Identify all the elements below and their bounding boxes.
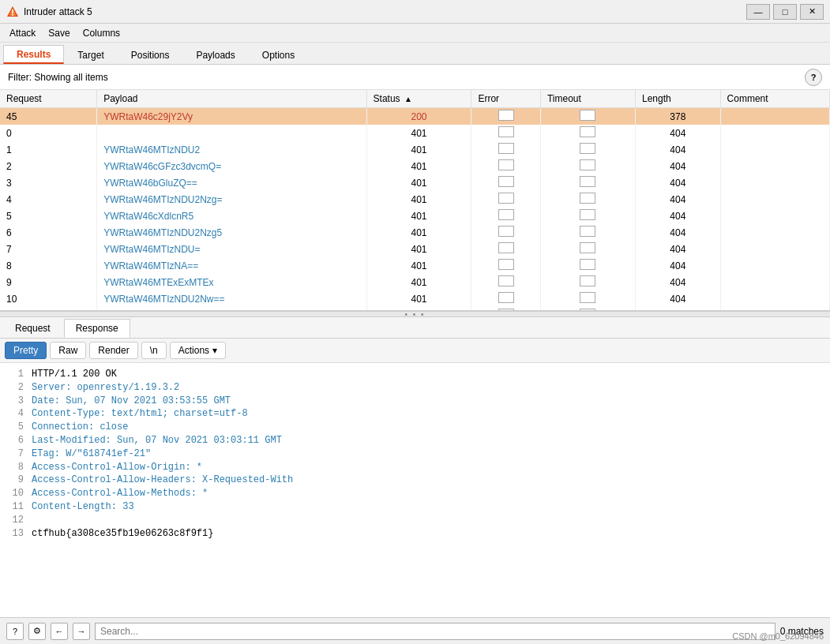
checkbox[interactable] [580, 159, 595, 170]
checkbox[interactable] [498, 110, 514, 121]
col-timeout[interactable]: Timeout [540, 90, 635, 108]
checkbox[interactable] [498, 242, 514, 253]
col-request[interactable]: Request [0, 90, 97, 108]
actions-button[interactable]: Actions ▾ [170, 342, 226, 359]
table-row[interactable]: 4YWRtaW46MTIzNDU2Nzg=401404 [0, 191, 830, 208]
table-row[interactable]: 0401404 [0, 125, 830, 141]
minimize-button[interactable]: — [746, 4, 770, 20]
table-row[interactable]: 9YWRtaW46MTExExMTEx401404 [0, 274, 830, 290]
table-cell [471, 241, 541, 257]
checkbox[interactable] [498, 176, 514, 187]
checkbox[interactable] [580, 193, 595, 204]
table-cell: YWRtaW46MTIzNA== [97, 257, 366, 274]
checkbox[interactable] [580, 110, 595, 121]
menu-attack[interactable]: Attack [3, 26, 42, 40]
checkbox[interactable] [580, 126, 595, 137]
table-row[interactable]: 2YWRtaW46cGFzc3dvcmQ=401404 [0, 158, 830, 174]
table-row[interactable]: 45YWRtaW46c29jY2Vy200378 [0, 108, 830, 125]
checkbox[interactable] [498, 226, 514, 237]
checkbox[interactable] [580, 176, 595, 187]
table-cell: 404 [635, 224, 720, 241]
tab-options[interactable]: Options [249, 45, 308, 64]
table-row[interactable]: 3YWRtaW46bGluZQ==401404 [0, 174, 830, 191]
newline-button[interactable]: \n [141, 342, 167, 359]
tab-payloads[interactable]: Payloads [182, 45, 248, 64]
col-length[interactable]: Length [635, 90, 720, 108]
table-row[interactable]: 5YWRtaW46cXdlcnR5401404 [0, 208, 830, 224]
pretty-button[interactable]: Pretty [5, 342, 47, 359]
checkbox[interactable] [498, 275, 514, 286]
col-comment[interactable]: Comment [720, 90, 829, 108]
table-cell: 404 [635, 241, 720, 257]
checkbox[interactable] [498, 143, 514, 154]
table-cell: 401 [366, 141, 471, 158]
checkbox[interactable] [580, 226, 595, 237]
settings-icon-button[interactable]: ⚙ [28, 623, 46, 640]
bottom-tabs: Request Response [0, 317, 830, 339]
col-payload[interactable]: Payload [97, 90, 366, 108]
checkbox[interactable] [498, 259, 514, 270]
table-cell [720, 290, 829, 307]
checkbox[interactable] [580, 209, 595, 220]
table-cell: 200 [366, 108, 471, 125]
help-icon-button[interactable]: ? [6, 623, 24, 640]
line-content: Access-Control-Allow-Headers: X-Requeste… [32, 474, 293, 487]
table-row[interactable]: 6YWRtaW46MTIzNDU2Nzg5401404 [0, 224, 830, 241]
titlebar: Intruder attack 5 — □ ✕ [0, 0, 830, 24]
table-cell [540, 141, 635, 158]
table-cell: 404 [635, 125, 720, 141]
back-button[interactable]: ← [51, 623, 68, 640]
table-cell: YWRtaW46MTIzNDU2Nzg5 [97, 224, 366, 241]
checkbox[interactable] [498, 193, 514, 204]
checkbox[interactable] [580, 242, 595, 253]
col-status[interactable]: Status ▲ [366, 90, 471, 108]
line-content: Connection: close [32, 421, 128, 434]
table-cell: 401 [366, 174, 471, 191]
help-button[interactable]: ? [805, 69, 822, 86]
table-cell [720, 191, 829, 208]
checkbox[interactable] [580, 292, 595, 303]
tab-positions[interactable]: Positions [118, 45, 183, 64]
checkbox[interactable] [498, 159, 514, 170]
table-cell: 404 [635, 257, 720, 274]
table-cell: 401 [366, 208, 471, 224]
table-cell: YWRtaW46bGluZQ== [97, 174, 366, 191]
tab-request[interactable]: Request [3, 319, 62, 338]
col-error[interactable]: Error [471, 90, 541, 108]
tab-target[interactable]: Target [64, 45, 117, 64]
render-button[interactable]: Render [89, 342, 137, 359]
menu-columns[interactable]: Columns [77, 26, 126, 40]
tab-response[interactable]: Response [64, 319, 130, 338]
response-line: 11Content-Length: 33 [8, 500, 822, 514]
checkbox[interactable] [498, 126, 514, 137]
line-number: 9 [8, 474, 24, 487]
table-row[interactable]: 10YWRtaW46MTIzNDU2Nw==401404 [0, 290, 830, 307]
table-cell [540, 191, 635, 208]
table-row[interactable]: 7YWRtaW46MTIzNDU=401404 [0, 241, 830, 257]
line-number: 4 [8, 407, 24, 421]
svg-point-3 [12, 14, 13, 16]
checkbox[interactable] [580, 275, 595, 286]
table-cell: 45 [0, 108, 97, 125]
raw-button[interactable]: Raw [50, 342, 86, 359]
line-content: Access-Control-Allow-Methods: * [32, 487, 208, 500]
table-cell: YWRtaW46cGFzc3dvcmQ= [97, 158, 366, 174]
tab-results[interactable]: Results [3, 45, 64, 64]
table-cell [540, 108, 635, 125]
menu-save[interactable]: Save [42, 26, 76, 40]
checkbox[interactable] [498, 292, 514, 303]
table-cell: 404 [635, 290, 720, 307]
close-button[interactable]: ✕ [800, 4, 824, 20]
panel-splitter[interactable]: • • • [0, 311, 830, 317]
table-row[interactable]: 1YWRtaW46MTIzNDU2401404 [0, 141, 830, 158]
search-input[interactable] [95, 623, 776, 640]
checkbox[interactable] [580, 259, 595, 270]
table-row[interactable]: 8YWRtaW46MTIzNA==401404 [0, 257, 830, 274]
maximize-button[interactable]: □ [773, 4, 797, 20]
checkbox[interactable] [498, 209, 514, 220]
table-cell: 2 [0, 158, 97, 174]
table-cell [471, 257, 541, 274]
forward-button[interactable]: → [73, 623, 90, 640]
table-cell [720, 257, 829, 274]
checkbox[interactable] [580, 143, 595, 154]
